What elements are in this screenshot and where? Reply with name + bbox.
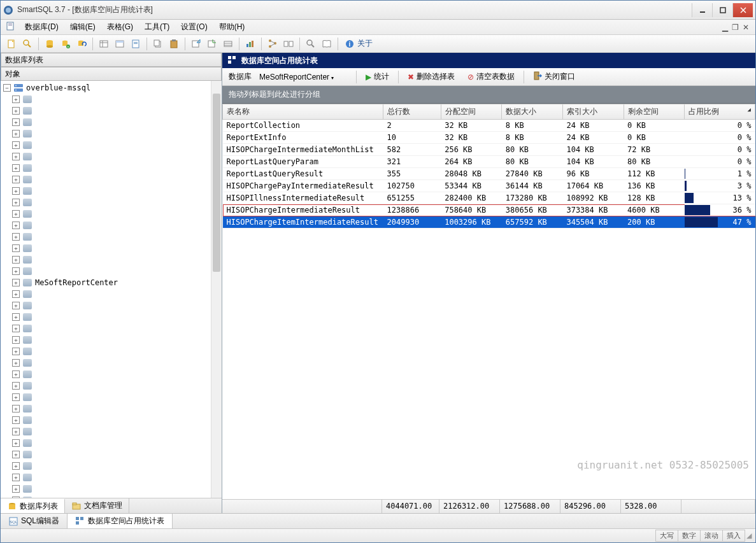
tree-view[interactable]: −overblue-mssql+++++++++++++++++MeSoftRe… [1, 81, 222, 498]
expand-icon[interactable]: + [12, 336, 20, 344]
tree-node[interactable]: + [1, 311, 222, 323]
expand-icon[interactable]: + [12, 118, 20, 126]
expand-icon[interactable]: + [12, 199, 20, 206]
tree-node[interactable]: + [1, 369, 222, 380]
tree-node[interactable]: + [1, 94, 222, 105]
tree-node[interactable]: + [1, 265, 222, 277]
expand-icon[interactable]: + [12, 176, 20, 183]
expand-icon[interactable]: + [12, 439, 20, 447]
expand-icon[interactable]: + [12, 382, 20, 390]
tree-node[interactable]: + [1, 346, 222, 357]
tree-node[interactable]: + [1, 300, 222, 311]
expand-icon[interactable]: + [12, 393, 20, 401]
stats-button[interactable]: ▶ 统计 [360, 70, 394, 83]
expand-icon[interactable]: + [12, 313, 20, 321]
expand-icon[interactable]: + [12, 474, 20, 481]
table-row[interactable]: HISOPIllnessIntermediateResult6512552824… [223, 192, 755, 204]
expand-icon[interactable]: + [12, 428, 20, 435]
expand-icon[interactable]: − [3, 84, 11, 92]
tree-node[interactable]: + [1, 220, 222, 231]
col-data[interactable]: 数据大小 [502, 104, 563, 120]
tree-node[interactable]: + [1, 403, 222, 414]
expand-icon[interactable]: + [12, 485, 20, 493]
group-by-bar[interactable]: 拖动列标题到此处进行分组 [222, 86, 755, 104]
tool-db-connect-icon[interactable] [43, 37, 57, 51]
tree-node[interactable]: + [1, 449, 222, 460]
tool-db-new-icon[interactable]: + [59, 37, 73, 51]
tool-book-icon[interactable] [320, 37, 334, 51]
menu-settings[interactable]: 设置(O) [176, 20, 212, 34]
tree-node[interactable]: + [1, 414, 222, 426]
tree-node[interactable]: + [1, 380, 222, 391]
data-grid[interactable]: 表名称 总行数 分配空间 数据大小 索引大小 剩余空间 占用比例◢ Report… [222, 104, 755, 499]
tree-node[interactable]: + [1, 128, 222, 139]
tab-space-stats[interactable]: 数据库空间占用统计表 [68, 514, 173, 528]
col-ratio[interactable]: 占用比例◢ [685, 104, 755, 120]
table-row[interactable]: ReportExtInfo1032 KB8 KB24 KB0 KB0 % [223, 132, 755, 144]
tree-node-MeSoftReportCenter[interactable]: +MeSoftReportCenter [1, 277, 222, 288]
tab-sql-editor[interactable]: SQL SQL编辑器 [1, 514, 68, 528]
menu-edit[interactable]: 编辑(E) [65, 20, 101, 34]
expand-icon[interactable]: + [12, 187, 20, 195]
expand-icon[interactable]: + [12, 107, 20, 115]
col-alloc[interactable]: 分配空间 [441, 104, 502, 120]
tool-db-refresh-icon[interactable] [75, 37, 89, 51]
tree-node[interactable]: + [1, 437, 222, 449]
table-row[interactable]: ReportCollection232 KB8 KB24 KB0 KB0 % [223, 120, 755, 132]
expand-icon[interactable]: + [12, 290, 20, 298]
tree-node[interactable]: + [1, 460, 222, 472]
close-button[interactable] [732, 3, 753, 17]
tool-paste-icon[interactable] [167, 37, 181, 51]
tree-node[interactable]: + [1, 357, 222, 369]
expand-icon[interactable]: + [12, 164, 20, 172]
expand-icon[interactable]: + [12, 416, 20, 424]
titlebar[interactable]: SmartSQL 3.7 - [数据库空间占用统计表] [1, 1, 755, 20]
col-index[interactable]: 索引大小 [562, 104, 624, 120]
table-row[interactable]: HISOPChargeItemIntermediateResult2049930… [223, 216, 755, 229]
expand-icon[interactable]: + [12, 348, 20, 355]
expand-icon[interactable]: + [12, 222, 20, 229]
tree-node[interactable]: + [1, 288, 222, 300]
expand-icon[interactable]: + [12, 95, 20, 103]
menu-tools[interactable]: 工具(T) [139, 20, 175, 34]
about-button[interactable]: i 关于 [342, 38, 375, 49]
mdi-minimize-icon[interactable]: ▁ [722, 23, 728, 32]
expand-icon[interactable]: + [12, 267, 20, 275]
delete-selected-button[interactable]: ✖ 删除选择表 [403, 70, 460, 83]
tool-new-icon[interactable] [4, 37, 18, 51]
clear-data-button[interactable]: ⊘ 清空表数据 [462, 70, 520, 83]
tree-node-overblue-mssql[interactable]: −overblue-mssql [1, 82, 222, 94]
tree-node[interactable]: + [1, 105, 222, 116]
tool-find-icon[interactable] [304, 37, 318, 51]
col-free[interactable]: 剩余空间 [624, 104, 685, 120]
expand-icon[interactable]: + [12, 130, 20, 138]
menu-help[interactable]: 帮助(H) [214, 20, 250, 34]
tool-import-icon[interactable] [205, 37, 219, 51]
expand-icon[interactable]: + [12, 210, 20, 218]
col-rows[interactable]: 总行数 [383, 104, 441, 120]
tool-copy-icon[interactable] [151, 37, 165, 51]
table-row[interactable]: HISOPChargePayIntermediateResult10275053… [223, 180, 755, 192]
tool-export-icon[interactable] [189, 37, 203, 51]
table-row[interactable]: HISOPChargeIntermediateResult12388667586… [223, 204, 755, 216]
expand-icon[interactable]: + [12, 233, 20, 241]
tool-script-icon[interactable] [129, 37, 143, 51]
expand-icon[interactable]: + [12, 256, 20, 264]
expand-icon[interactable]: + [12, 370, 20, 378]
tree-node[interactable]: + [1, 197, 222, 208]
expand-icon[interactable]: + [12, 451, 20, 458]
tool-table2-icon[interactable] [113, 37, 127, 51]
expand-icon[interactable]: + [12, 497, 20, 498]
mdi-restore-icon[interactable]: ❐ [732, 23, 739, 32]
col-name[interactable]: 表名称 [223, 104, 383, 120]
minimize-button[interactable] [692, 3, 712, 17]
tool-table-icon[interactable] [97, 37, 111, 51]
tree-node[interactable]: + [1, 254, 222, 265]
expand-icon[interactable]: + [12, 153, 20, 160]
file-menu-icon[interactable] [3, 21, 18, 33]
tree-node[interactable]: + [1, 243, 222, 254]
tree-node[interactable]: + [1, 139, 222, 151]
tree-scrollbar[interactable] [211, 81, 222, 498]
tree-node[interactable]: + [1, 151, 222, 162]
maximize-button[interactable] [712, 3, 732, 17]
